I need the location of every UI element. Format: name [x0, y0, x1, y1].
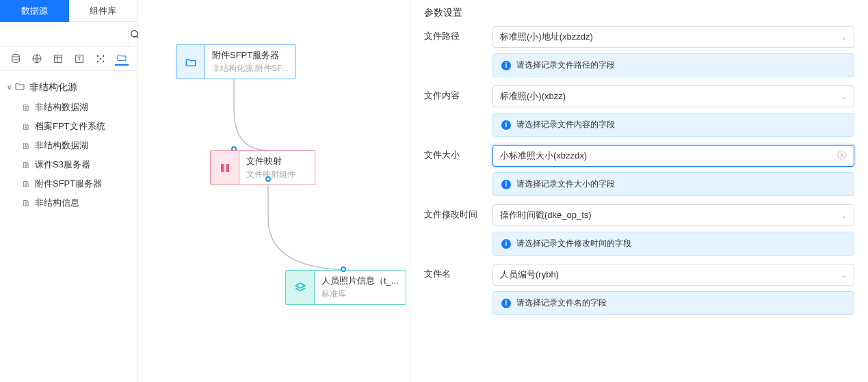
- file-icon: 🗎: [22, 179, 31, 189]
- hint: i 请选择记录文件大小的字段: [492, 172, 854, 196]
- select-file-size[interactable]: 小标准照大小(xbzzdx) ⓧ: [492, 145, 854, 167]
- node-title: 文件映射: [246, 155, 308, 167]
- tree-header[interactable]: ∨ 非结构化源: [0, 77, 137, 98]
- layers-icon: [286, 271, 315, 304]
- node-subtitle: 标准库: [321, 288, 399, 300]
- chevron-down-icon: ∨: [7, 83, 12, 91]
- node-target[interactable]: 人员照片信息（t_... 标准库: [285, 270, 406, 305]
- form-row-file-size: 文件大小 小标准照大小(xbzzdx) ⓧ i 请选择记录文件大小的字段: [424, 145, 854, 196]
- mapping-icon: [211, 151, 239, 185]
- svg-point-11: [102, 60, 104, 62]
- port[interactable]: [265, 176, 271, 182]
- node-subtitle: 非结构化源.附件SF...: [212, 63, 288, 74]
- tree-item[interactable]: 🗎非结构信息: [22, 193, 137, 213]
- tab-data-source[interactable]: 数据源: [0, 0, 69, 22]
- database-icon[interactable]: [9, 52, 23, 66]
- svg-point-9: [102, 55, 104, 57]
- chevron-down-icon: ⌄: [841, 93, 847, 100]
- form-label: 文件大小: [424, 145, 492, 196]
- chevron-down-icon: ⌄: [841, 212, 847, 219]
- hint: i 请选择记录文件内容的字段: [492, 113, 854, 137]
- svg-rect-15: [221, 164, 224, 172]
- tree-item[interactable]: 🗎非结构数据湖: [22, 98, 137, 117]
- file-icon: 🗎: [22, 198, 31, 208]
- panel-title: 参数设置: [410, 0, 868, 26]
- form-row-file-content: 文件内容 标准照(小)(xbzz) ⌄ i 请选择记录文件内容的字段: [424, 85, 854, 137]
- source-type-icons: [0, 46, 137, 71]
- port[interactable]: [341, 267, 346, 272]
- tree-item[interactable]: 🗎附件SFPT服务器: [22, 174, 137, 193]
- info-icon: i: [501, 299, 511, 308]
- tree-item[interactable]: 🗎非结构数据湖: [22, 136, 137, 155]
- file-icon: 🗎: [22, 103, 31, 113]
- select-file-content[interactable]: 标准照(小)(xbzz) ⌄: [492, 85, 854, 107]
- file-icon: 🗎: [22, 122, 31, 132]
- params-panel: 参数设置 文件路径 标准照(小)地址(xbzzdz) ⌄ i 请选择记录文件路径…: [410, 0, 868, 382]
- tree: ∨ 非结构化源 🗎非结构数据湖 🗎档案FPT文件系统 🗎非结构数据湖 🗎课件S3…: [0, 71, 137, 218]
- hint: i 请选择记录文件修改时间的字段: [492, 232, 854, 256]
- node-transform[interactable]: 文件映射 文件映射组件: [210, 150, 315, 185]
- node-title: 人员照片信息（t_...: [321, 275, 399, 287]
- tree-item[interactable]: 🗎课件S3服务器: [22, 155, 137, 174]
- folder-icon: [176, 45, 205, 79]
- select-file-path[interactable]: 标准照(小)地址(xbzzdz) ⌄: [492, 26, 854, 48]
- select-file-mtime[interactable]: 操作时间戳(dke_op_ts) ⌄: [492, 204, 854, 226]
- clear-icon[interactable]: ⓧ: [837, 150, 847, 162]
- form-row-file-path: 文件路径 标准照(小)地址(xbzzdz) ⌄ i 请选择记录文件路径的字段: [424, 26, 854, 77]
- hint: i 请选择记录文件路径的字段: [492, 53, 854, 77]
- form-row-file-mtime: 文件修改时间 操作时间戳(dke_op_ts) ⌄ i 请选择记录文件修改时间的…: [424, 204, 854, 256]
- svg-rect-16: [226, 164, 229, 172]
- params-form: 文件路径 标准照(小)地址(xbzzdz) ⌄ i 请选择记录文件路径的字段 文…: [410, 26, 868, 315]
- info-icon: i: [501, 239, 511, 249]
- sidebar-tabs: 数据源 组件库: [0, 0, 137, 22]
- select-file-name[interactable]: 人员编号(rybh) ⌄: [492, 264, 854, 286]
- folder-icon[interactable]: [115, 52, 129, 66]
- text-icon[interactable]: [73, 52, 86, 66]
- chevron-down-icon: ⌄: [841, 271, 847, 279]
- search-input[interactable]: [0, 22, 129, 46]
- form-label: 文件内容: [424, 85, 492, 137]
- search-row: [0, 22, 137, 46]
- folder-open-icon: [14, 81, 25, 94]
- tree-item[interactable]: 🗎档案FPT文件系统: [22, 117, 137, 136]
- info-icon: i: [501, 61, 511, 70]
- table-icon[interactable]: [51, 52, 65, 66]
- svg-point-8: [96, 55, 98, 57]
- form-label: 文件修改时间: [424, 204, 492, 256]
- graph-icon[interactable]: [94, 52, 107, 66]
- info-icon: i: [501, 120, 511, 130]
- svg-rect-4: [55, 55, 62, 62]
- tree-list: 🗎非结构数据湖 🗎档案FPT文件系统 🗎非结构数据湖 🗎课件S3服务器 🗎附件S…: [0, 98, 137, 213]
- node-source[interactable]: 附件SFPT服务器 非结构化源.附件SF...: [176, 44, 295, 79]
- file-icon: 🗎: [22, 141, 31, 151]
- node-title: 附件SFPT服务器: [212, 49, 288, 62]
- canvas[interactable]: 附件SFPT服务器 非结构化源.附件SF... 文件映射 文件映射组件 人员照片…: [138, 0, 410, 382]
- node-subtitle: 文件映射组件: [246, 169, 308, 180]
- svg-point-12: [99, 57, 101, 59]
- tree-header-label: 非结构化源: [29, 81, 77, 94]
- form-row-file-name: 文件名 人员编号(rybh) ⌄ i 请选择记录文件名的字段: [424, 264, 854, 315]
- info-icon: i: [501, 180, 511, 189]
- svg-point-10: [96, 60, 98, 62]
- globe-icon[interactable]: [30, 52, 44, 66]
- svg-point-0: [131, 30, 137, 36]
- chevron-down-icon: ⌄: [841, 33, 847, 41]
- hint: i 请选择记录文件名的字段: [492, 291, 854, 315]
- form-label: 文件名: [424, 264, 492, 315]
- svg-point-2: [12, 54, 20, 57]
- tab-component-lib[interactable]: 组件库: [69, 0, 138, 22]
- file-icon: 🗎: [22, 160, 31, 170]
- sidebar: 数据源 组件库 ∨ 非结构化源 🗎: [0, 0, 138, 382]
- form-label: 文件路径: [424, 26, 492, 77]
